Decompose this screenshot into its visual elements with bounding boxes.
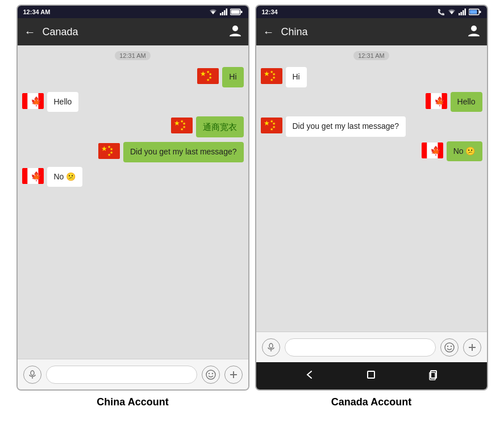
phone2-emoji-button[interactable] [440,338,459,357]
svg-point-73 [450,345,451,346]
phone1: 12:34 AM [16,5,249,391]
message-row: ★ ★ ★ ★ ★ Hi [261,67,482,87]
signal2-icon [459,9,466,15]
android-back-icon [303,368,316,381]
phone1-chat-area: 12:31 AM Hi ★ ★ ★ ★ ★ [18,45,248,359]
svg-point-34 [31,371,34,375]
svg-point-7 [232,26,238,31]
svg-rect-41 [459,13,460,15]
svg-rect-3 [226,9,227,15]
wifi2-icon [447,9,456,15]
svg-point-38 [211,372,213,374]
phone-signal-icon [437,8,445,16]
svg-text:★: ★ [270,127,273,131]
phone1-status-icons [209,9,243,15]
svg-text:★: ★ [107,153,111,157]
svg-point-71 [445,343,454,352]
signal-icon [220,9,228,15]
voice2-icon [266,343,276,352]
phone1-header: ← Canada [18,18,248,45]
canada-flag-svg: 🍁 [22,168,44,184]
phone1-wrapper: 12:34 AM [14,5,252,408]
svg-text:★: ★ [264,70,270,78]
phone1-timestamp: 12:31 AM [115,51,150,60]
phone1-back-button[interactable]: ← [24,26,36,39]
phone1-input-bar [18,359,248,389]
svg-text:★: ★ [180,127,184,131]
battery2-icon [469,9,481,15]
phone1-time: 12:34 AM [23,9,51,15]
emoji2-icon [444,342,455,353]
message-row: Did you get my last message? ★ ★ ★ ★ ★ [22,142,244,162]
phone1-voice-button[interactable] [23,366,41,384]
plus2-icon [468,343,477,352]
canada-flag3: 🍁 [422,142,443,158]
message-row: Hello 🍁 [261,92,482,112]
phone2-android-nav [256,362,487,389]
android-back-button[interactable] [303,368,316,384]
svg-rect-2 [224,10,226,15]
svg-text:🍁: 🍁 [31,96,42,107]
china-flag3-svg: ★ ★ ★ ★ ★ [261,118,282,133]
android-home-icon [365,368,377,381]
china-flag-svg: ★ ★ ★ ★ ★ [197,68,219,84]
china-flag-svg: ★ ★ ★ ★ ★ [98,143,120,159]
message-bubble: Hi [286,67,307,87]
phone1-status-bar: 12:34 AM [18,6,248,18]
china-flag2-svg: ★ ★ ★ ★ ★ [261,68,282,84]
android-home-button[interactable] [365,368,377,384]
svg-rect-44 [464,9,466,15]
svg-text:★: ★ [200,70,206,78]
message-row: 通商宽衣 ★ ★ ★ ★ ★ [22,116,244,137]
phone1-emoji-button[interactable] [202,366,220,384]
phone1-caption: China Account [97,396,168,408]
canada-flag: 🍁 [22,93,44,109]
china-flag2: ★ ★ ★ ★ ★ [261,68,282,84]
phone2-wrapper: 12:34 [252,5,491,408]
android-recents-button[interactable] [427,368,439,384]
svg-rect-5 [240,11,242,13]
phone2: 12:34 [255,5,488,391]
canada-flag2-svg: 🍁 [426,93,447,109]
svg-point-48 [471,26,477,31]
china-flag: ★ ★ ★ ★ ★ [171,118,193,133]
android-recents-icon [427,368,439,381]
svg-text:★: ★ [206,78,210,82]
svg-rect-76 [368,371,374,378]
phone1-person-icon[interactable] [229,24,241,40]
voice-icon [28,370,37,379]
phone2-back-button[interactable]: ← [263,26,274,39]
phone2-header: ← China [256,18,487,45]
canada-flag3-svg: 🍁 [422,142,443,158]
phone2-title: China [281,26,468,38]
phone2-status-bar: 12:34 [256,6,487,18]
phone1-add-button[interactable] [224,366,243,384]
phone2-caption: Canada Account [331,396,411,408]
phone2-timestamp: 12:31 AM [353,51,389,60]
phone2-add-button[interactable] [463,338,481,357]
canada-flag2: 🍁 [426,93,447,109]
phone1-text-input[interactable] [46,366,197,384]
message-row: Hi ★ ★ ★ ★ ★ [22,67,244,87]
phone2-text-input[interactable] [285,338,436,357]
svg-rect-14 [22,93,28,109]
svg-rect-0 [220,13,222,15]
china-flag3: ★ ★ ★ ★ ★ [261,118,282,133]
svg-rect-6 [231,10,239,14]
china-flag: ★ ★ ★ ★ ★ [197,68,219,84]
message-bubble: Hello [451,92,482,112]
svg-rect-42 [460,12,462,15]
svg-point-72 [447,345,448,346]
canada-flag: 🍁 [22,168,44,184]
svg-text:★: ★ [264,119,270,127]
phone2-time: 12:34 [262,9,278,15]
svg-rect-65 [422,142,427,158]
phone2-voice-button[interactable] [262,338,280,357]
svg-rect-43 [463,10,464,15]
svg-text:★: ★ [270,78,273,82]
svg-text:🍁: 🍁 [430,145,441,156]
battery-icon [230,9,243,15]
message-row: No 😕 🍁 [261,141,482,162]
message-bubble: Did you get my last message? [123,142,244,162]
phone2-person-icon[interactable] [468,24,480,40]
